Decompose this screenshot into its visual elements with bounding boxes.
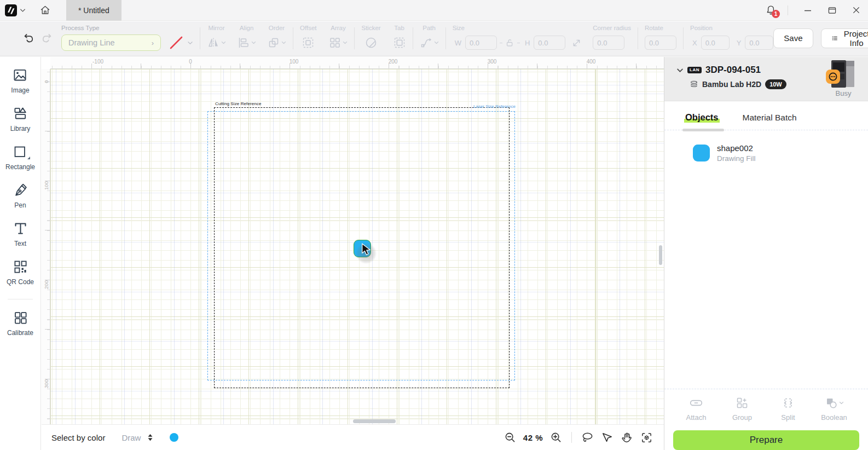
toolbar: Process Type Drawing Line › Mirror Alig — [0, 21, 868, 56]
split-button[interactable]: Split — [771, 396, 806, 422]
path-icon — [420, 36, 433, 49]
app-window: * Untitled 1 Process T — [0, 0, 868, 450]
array-button[interactable] — [328, 34, 348, 51]
height-input[interactable] — [534, 36, 565, 50]
order-button[interactable] — [267, 34, 286, 51]
horizontal-scrollbar[interactable] — [353, 419, 396, 423]
sidebar-item-library[interactable]: Library — [10, 106, 31, 132]
document-tab-title: * Untitled — [78, 6, 109, 15]
flyout-corner-icon — [27, 157, 30, 159]
rotate-label: Rotate — [645, 25, 663, 32]
chevron-down-icon[interactable] — [676, 68, 684, 73]
zoom-out-icon — [504, 431, 516, 443]
tool-sidebar: Image Library Rectangle Pen Text QR Code — [0, 57, 41, 450]
position-y-input[interactable] — [745, 36, 773, 50]
canvas-workspace[interactable]: Cutting Size Reference Laser Size Refere… — [50, 69, 664, 424]
statusbar: Select by color Draw 42 % — [42, 424, 664, 450]
ruler-tick: 100 — [43, 181, 49, 190]
sidebar-item-text[interactable]: Text — [13, 221, 28, 247]
sidebar-item-label: QR Code — [7, 278, 34, 286]
minimize-button[interactable] — [796, 0, 820, 21]
tab-button[interactable] — [393, 34, 406, 51]
corner-radius-input[interactable] — [593, 36, 624, 50]
ruler-tick: 400 — [587, 59, 596, 65]
size-group: Size W H — [453, 25, 582, 51]
sidebar-item-rectangle[interactable]: Rectangle — [5, 145, 35, 171]
line-color-swatch[interactable] — [168, 34, 184, 51]
prepare-button[interactable]: Prepare — [673, 430, 859, 450]
object-name: shape002 — [717, 142, 756, 154]
zoom-level[interactable]: 42 % — [523, 433, 543, 442]
document-tab[interactable]: * Untitled — [66, 0, 121, 21]
order-icon — [267, 36, 280, 49]
close-button[interactable] — [844, 0, 868, 21]
attach-button[interactable]: Attach — [679, 396, 714, 422]
home-button[interactable] — [36, 2, 54, 19]
sidebar-item-image[interactable]: Image — [11, 68, 29, 94]
lock-open-icon[interactable] — [505, 38, 514, 48]
save-button[interactable]: Save — [773, 28, 813, 48]
boolean-button[interactable]: Boolean — [817, 396, 852, 422]
chevron-right-icon: › — [152, 39, 154, 47]
list-icon — [831, 33, 838, 43]
device-model: Bambu Lab H2D — [702, 80, 761, 89]
red-line-icon — [169, 35, 184, 50]
sidebar-item-calibrate[interactable]: Calibrate — [7, 310, 33, 337]
undo-button[interactable] — [23, 31, 35, 45]
app-menu[interactable] — [5, 4, 26, 16]
sort-arrows-icon[interactable] — [147, 434, 153, 441]
panel-tabs: Objects Material Batch — [664, 101, 868, 130]
vertical-scrollbar[interactable] — [659, 245, 662, 265]
scale-arrows-icon[interactable] — [571, 38, 582, 48]
position-x-input[interactable] — [701, 36, 730, 50]
mode-select[interactable]: Draw — [121, 433, 141, 442]
color-filter-dot[interactable] — [170, 433, 178, 442]
redo-button[interactable] — [40, 31, 53, 45]
project-info-button[interactable]: Project Info — [821, 28, 868, 48]
tab-objects[interactable]: Objects — [684, 112, 720, 123]
focus-icon — [640, 431, 653, 444]
process-type-select[interactable]: Drawing Line › — [61, 34, 161, 51]
panel-scrollbar[interactable] — [682, 129, 724, 131]
process-type-label: Process Type — [61, 25, 99, 32]
chevron-down-icon[interactable] — [187, 41, 193, 45]
rotate-input[interactable] — [645, 36, 676, 50]
align-button[interactable] — [237, 34, 256, 51]
toolbar-separator — [293, 27, 293, 49]
zoom-out-button[interactable] — [504, 431, 516, 443]
maximize-button[interactable] — [820, 0, 844, 21]
ruler-tick: 0 — [43, 80, 49, 83]
focus-view-button[interactable] — [640, 431, 653, 444]
ruler-tick: 300 — [43, 379, 49, 388]
layers-icon — [690, 80, 698, 89]
lan-badge: LAN — [687, 67, 702, 73]
width-input[interactable] — [465, 36, 497, 50]
project-info-label: Project Info — [842, 29, 868, 48]
device-header[interactable]: LAN 3DP-094-051 Bambu Lab H2D 10W Busy — [664, 57, 868, 101]
array-icon — [328, 36, 342, 49]
lasso-select-button[interactable] — [581, 431, 594, 444]
group-button[interactable]: Group — [725, 396, 760, 422]
sidebar-item-pen[interactable]: Pen — [13, 183, 28, 209]
sidebar-item-label: Image — [11, 86, 29, 94]
toolbar-separator — [413, 27, 413, 49]
mirror-icon — [207, 36, 220, 49]
laser-power-badge: 10W — [765, 79, 786, 89]
mirror-button[interactable] — [207, 34, 226, 51]
path-label: Path — [423, 25, 436, 32]
select-tool-button[interactable] — [601, 431, 614, 444]
pan-tool-button[interactable] — [621, 431, 633, 444]
toolbar-separator — [638, 27, 638, 49]
offset-button[interactable] — [302, 34, 315, 51]
minimize-icon — [804, 7, 812, 14]
sticker-button[interactable] — [364, 34, 378, 51]
sidebar-item-qr-code[interactable]: QR Code — [7, 259, 34, 286]
list-item-shape002[interactable]: shape002 Drawing Fill — [664, 137, 868, 169]
path-button[interactable] — [420, 34, 439, 51]
array-group: Array — [328, 25, 348, 51]
zoom-in-button[interactable] — [550, 431, 562, 443]
notifications-button[interactable]: 1 — [762, 2, 779, 19]
tab-material-batch[interactable]: Material Batch — [743, 113, 797, 123]
sidebar-item-label: Pen — [14, 201, 26, 209]
notification-badge: 1 — [772, 10, 780, 18]
